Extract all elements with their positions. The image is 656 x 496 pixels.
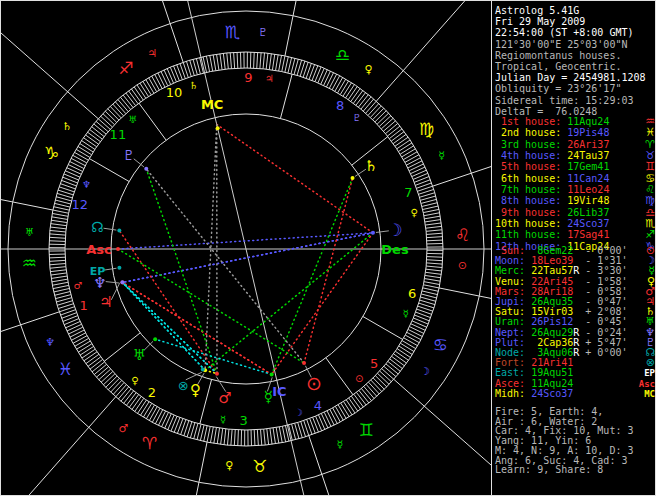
sign-ruler-icon: ♄ — [62, 120, 72, 133]
degree-tick — [73, 155, 87, 163]
planet-pointer — [106, 282, 120, 283]
degree-tick — [73, 336, 87, 344]
stat-line: Learn: 9, Share: 8 — [495, 465, 655, 475]
degree-tick — [158, 73, 165, 87]
degree-tick — [403, 152, 417, 160]
degree-tick — [427, 260, 443, 261]
degree-tick — [423, 288, 439, 291]
degree-tick — [171, 416, 177, 431]
degree-tick — [55, 292, 71, 296]
panel-divider — [491, 1, 492, 496]
degree-tick — [129, 91, 139, 104]
degree-tick — [288, 57, 292, 73]
degree-tick — [49, 257, 65, 258]
mars-icon: ♂ — [218, 389, 231, 407]
degree-tick — [266, 53, 268, 69]
sign-ruler-icon: ♇ — [258, 26, 268, 39]
chart-header-info: Astrolog 5.41GFri 29 May 200922:54:00 (S… — [495, 5, 655, 117]
chart-info-line: Obliquity = 23°26'17" — [495, 83, 655, 94]
degree-tick — [51, 220, 67, 222]
degree-tick — [426, 263, 442, 264]
degree-tick — [412, 170, 427, 176]
degree-tick — [70, 330, 84, 337]
degree-tick — [351, 396, 360, 409]
planet-degree-dot — [144, 167, 148, 171]
degree-tick — [349, 398, 358, 411]
degree-tick — [170, 67, 176, 82]
house-row: 4th house: 24Tau37♉ — [495, 150, 655, 161]
degree-tick — [129, 395, 138, 408]
degree-tick — [425, 279, 441, 282]
degree-tick — [54, 207, 70, 210]
degree-tick — [426, 233, 442, 234]
zodiac-sign-icon: ♍ — [419, 119, 434, 139]
aspect-line — [304, 178, 353, 363]
planet-icon: EP — [644, 368, 655, 378]
zodiac-sign-icon: ♊ — [358, 420, 373, 440]
degree-tick — [276, 427, 279, 443]
sign-ruler-icon: ♂ — [118, 422, 128, 435]
degree-tick — [155, 74, 162, 88]
degree-tick — [426, 266, 442, 268]
degree-tick — [318, 415, 324, 430]
house-cusp-line — [139, 103, 166, 140]
house-number: 3 — [240, 413, 248, 428]
degree-tick — [270, 428, 272, 444]
house-ruler-icon: ♀ — [410, 207, 417, 218]
degree-tick — [424, 213, 440, 216]
house-row: 8th house: 19Vir48♍ — [495, 195, 655, 206]
degree-tick — [124, 391, 134, 404]
degree-tick — [206, 56, 209, 72]
degree-tick — [263, 53, 265, 69]
degree-tick — [78, 344, 92, 352]
degree-tick — [276, 55, 279, 71]
degree-tick — [353, 90, 362, 103]
degree-tick — [316, 416, 322, 431]
degree-tick — [55, 200, 70, 204]
degree-tick — [90, 129, 103, 139]
degree-tick — [335, 406, 343, 420]
degree-tick — [54, 288, 70, 291]
degree-tick — [425, 275, 441, 277]
degree-tick — [423, 209, 439, 212]
sign-ruler-icon: ♃ — [147, 47, 157, 60]
degree-tick — [86, 354, 99, 363]
degree-tick — [409, 164, 423, 171]
degree-tick — [54, 203, 70, 207]
chart-info-line: Regiomontanus houses. — [495, 50, 655, 61]
sign-ruler-icon: ♀ — [225, 459, 233, 472]
degree-tick — [140, 83, 149, 96]
sign-ruler-icon: ☿ — [438, 149, 445, 162]
degree-tick — [341, 403, 349, 417]
house-number: 10 — [166, 85, 183, 100]
degree-tick — [411, 167, 426, 174]
house-ruler-icon: ☽ — [294, 407, 303, 418]
zodiac-sign-icon: ♓ — [645, 127, 655, 138]
degree-tick — [210, 427, 213, 443]
degree-tick — [426, 269, 442, 271]
degree-tick — [51, 224, 67, 226]
zodiac-sign-icon: ♈ — [142, 433, 157, 453]
degree-tick — [83, 138, 96, 147]
house-row: 7th house: 11Leo24♌ — [495, 184, 655, 195]
venus-icon: ♀ — [190, 381, 201, 399]
degree-tick — [422, 291, 438, 295]
zodiac-sign-icon: ♒ — [22, 253, 37, 273]
degree-tick — [354, 394, 364, 407]
house-ruler-icon: ♂ — [73, 280, 82, 291]
degree-tick — [200, 425, 204, 441]
degree-tick — [400, 146, 414, 154]
saturn-icon: ♄ — [364, 157, 377, 175]
sign-boundary-line — [1, 397, 116, 496]
degree-tick — [410, 327, 424, 334]
degree-tick — [427, 240, 443, 241]
sign-ruler-icon: ♆ — [45, 336, 55, 349]
planet-degree-dot — [117, 229, 121, 233]
degree-tick — [388, 361, 401, 371]
degree-tick — [408, 161, 422, 168]
uranus-icon: ♅ — [133, 346, 146, 364]
degree-tick — [165, 414, 172, 429]
degree-tick — [260, 53, 261, 69]
degree-tick — [204, 426, 207, 442]
house-number: 9 — [244, 70, 252, 85]
